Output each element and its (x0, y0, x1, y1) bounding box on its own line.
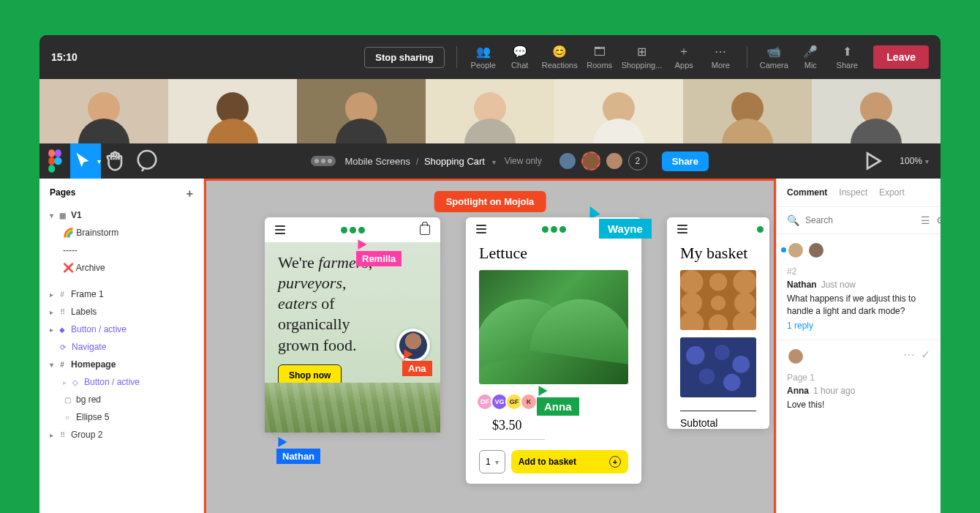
unread-dot-icon (781, 247, 786, 252)
layer-item[interactable]: ▸#Frame 1 (39, 285, 203, 303)
layer-item[interactable]: ○Ellipse 5 (39, 408, 203, 426)
comment-thread-avatars (777, 234, 941, 263)
remote-cursor-wayne: Wayne (599, 217, 652, 239)
figma-toolbar: ▾ Mobile Screens / Shopping Cart ▾ View … (39, 143, 941, 179)
app-window: 15:10 Stop sharing 👥People 💬Chat 😊Reacti… (39, 35, 941, 513)
participant-tile[interactable] (297, 79, 426, 143)
reactions-button[interactable]: 😊Reactions (542, 45, 578, 70)
logo-icon (341, 227, 365, 233)
menu-icon[interactable] (476, 225, 486, 233)
page-item[interactable]: ❌ Archive (39, 259, 203, 277)
comment-thread[interactable]: #2 NathanJust now What happens if we adj… (777, 263, 941, 340)
svg-point-3 (54, 157, 62, 165)
more-icon: ⋯ (903, 348, 915, 365)
move-tool[interactable]: ▾ (70, 143, 101, 179)
svg-rect-2 (48, 157, 55, 165)
view-mode-label: View only (505, 156, 542, 166)
product-price: $3.50 (479, 415, 545, 440)
logo-icon (542, 226, 566, 233)
svg-rect-0 (48, 149, 55, 157)
apps-button[interactable]: ＋Apps (669, 45, 698, 70)
subtotal-label: Subtotal (680, 411, 756, 429)
cart-icon[interactable] (420, 225, 430, 235)
logo-icon (757, 226, 764, 233)
mic-button[interactable]: 🎤Mic (796, 45, 825, 70)
participant-tile[interactable] (426, 79, 554, 143)
more-button[interactable]: ⋯More (706, 45, 735, 70)
layer-item[interactable]: ▸⠿Group 2 (39, 426, 203, 443)
participant-tile[interactable] (683, 79, 812, 143)
remote-cursor-ana: Ana (402, 351, 432, 376)
quantity-stepper[interactable]: 1▾ (479, 450, 505, 473)
right-panel: Comment Inspect Export 🔍 ☰ ⚙ #2 NathanJu… (776, 179, 941, 513)
right-tabs: Comment Inspect Export (777, 179, 941, 207)
leave-button[interactable]: Leave (873, 45, 929, 69)
add-to-basket-button[interactable]: Add to basket+ (511, 450, 628, 473)
call-time: 15:10 (51, 51, 78, 63)
camera-button[interactable]: 📹Camera (759, 45, 788, 70)
artboard-basket[interactable]: My basket Subtotal (667, 217, 769, 429)
share-button[interactable]: ⬆Share (832, 45, 862, 70)
remote-cursor-remilla: Remilla (356, 241, 402, 266)
page-item[interactable]: 🌈 Brainstorm (39, 224, 203, 241)
collaborator-avatars[interactable]: 2 (558, 151, 647, 171)
tab-inspect[interactable]: Inspect (839, 187, 867, 198)
page-item[interactable]: ----- (39, 241, 203, 259)
product-image (479, 270, 628, 384)
tab-export[interactable]: Export (879, 187, 905, 198)
resolve-icon: ✓ (921, 348, 930, 365)
comment-search-input[interactable] (805, 215, 915, 225)
svg-point-5 (138, 151, 157, 169)
basket-title: My basket (667, 241, 769, 270)
layer-item[interactable]: ▾#Homepage (39, 356, 203, 373)
tab-comment[interactable]: Comment (787, 187, 827, 198)
basket-item-blueberries[interactable] (680, 337, 756, 397)
participant-tile[interactable] (168, 79, 297, 143)
reply-link[interactable]: 1 reply (787, 321, 813, 331)
stop-sharing-button[interactable]: Stop sharing (364, 47, 444, 68)
divider (456, 46, 457, 68)
participant-tile[interactable] (812, 79, 941, 143)
pages-title: Pages (50, 187, 75, 201)
add-page-button[interactable]: + (186, 187, 193, 201)
layer-item[interactable]: ⟳Navigate (39, 338, 203, 356)
figma-logo-icon[interactable] (39, 143, 70, 179)
video-gallery (39, 79, 941, 143)
layer-item[interactable]: ▸◇Button / active (39, 373, 203, 391)
remote-cursor-nathan: Nathan (276, 438, 320, 464)
menu-icon[interactable] (677, 225, 687, 233)
page-item[interactable]: ▾▦V1 (39, 206, 203, 224)
figma-share-button[interactable]: Share (662, 151, 709, 171)
participant-tile[interactable] (554, 79, 683, 143)
remote-cursor-anna: Anna (537, 387, 579, 416)
zoom-control[interactable]: 100%▾ (888, 156, 941, 166)
breadcrumb[interactable]: Mobile Screens / Shopping Cart ▾ (344, 156, 495, 167)
teams-top-bar: 15:10 Stop sharing 👥People 💬Chat 😊Reacti… (39, 35, 941, 79)
artboard-product[interactable]: Lettuce DF VG GF K $3.50 1▾ Add to baske… (466, 217, 641, 484)
extra-count[interactable]: 2 (628, 151, 647, 171)
canvas[interactable]: Spotlight on Mojola We're farmers,purvey… (204, 179, 776, 513)
layer-item[interactable]: ▢bg red (39, 391, 203, 408)
comment-thread[interactable]: Page 1 Anna1 hour ago Love this! (777, 370, 941, 423)
main-area: Pages + ▾▦V1 🌈 Brainstorm ----- ❌ Archiv… (39, 179, 941, 513)
present-button[interactable] (857, 143, 888, 179)
filter-icon[interactable]: ⚙ (936, 214, 941, 226)
shopping-app-button[interactable]: ⊞Shopping... (622, 45, 663, 70)
sort-icon[interactable]: ☰ (921, 214, 930, 226)
rooms-button[interactable]: 🗔Rooms (585, 45, 614, 70)
layer-item[interactable]: ▸◆Button / active (39, 321, 203, 338)
chat-button[interactable]: 💬Chat (505, 45, 535, 70)
layer-item[interactable]: ▸⠿Labels (39, 303, 203, 321)
divider (747, 46, 747, 68)
comment-tool[interactable] (132, 143, 162, 179)
spotlight-badge[interactable]: Spotlight on Mojola (434, 191, 546, 212)
artboard-home[interactable]: We're farmers,purveyors,eaters oforganic… (265, 217, 440, 433)
product-title: Lettuce (466, 241, 641, 270)
plus-icon: + (609, 456, 621, 468)
basket-item-eggs[interactable] (680, 270, 756, 330)
people-button[interactable]: 👥People (469, 45, 498, 70)
team-icon (311, 156, 336, 166)
hand-tool[interactable] (101, 143, 132, 179)
menu-icon[interactable] (275, 225, 285, 234)
participant-tile[interactable] (39, 79, 168, 143)
